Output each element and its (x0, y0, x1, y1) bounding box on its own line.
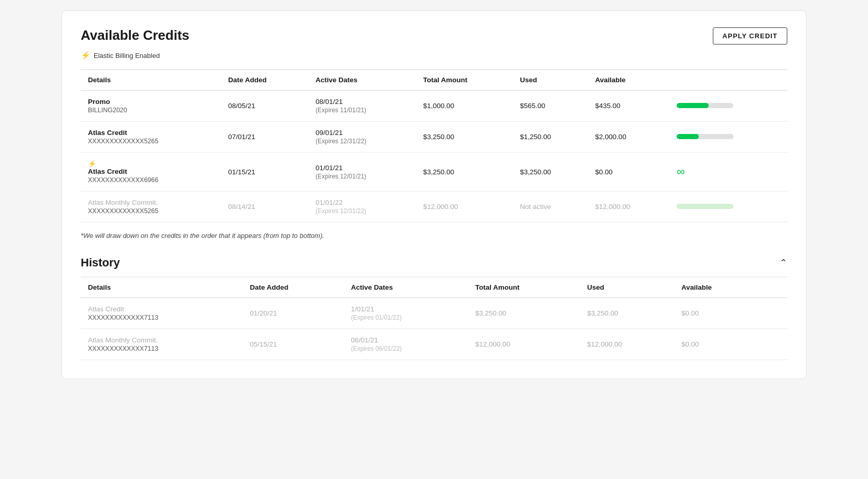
cell-total: $1,000.00 (416, 91, 513, 122)
hist-col-date-added: Date Added (243, 277, 343, 298)
active-date: 01/01/21 (316, 164, 409, 172)
expires-date: (Expires 11/01/21) (316, 107, 409, 114)
progress-bar-fill (677, 103, 709, 108)
cell-active-dates: 06/01/21 (Expires 06/01/22) (343, 329, 468, 360)
table-row: Atlas Monthly Commit. XXXXXXXXXXXXX7113 … (81, 329, 787, 360)
expires-date: (Expires 01/01/22) (351, 314, 460, 321)
cell-total: $12,000.00 (468, 329, 580, 360)
cell-date-added: 01/15/21 (221, 153, 308, 191)
cell-date-added: 08/14/21 (221, 191, 308, 222)
cell-date-added: 01/20/21 (243, 298, 343, 329)
cell-active-dates: 09/01/21 (Expires 12/31/22) (308, 122, 416, 153)
main-card: Available Credits APPLY CREDIT ⚡ Elastic… (62, 10, 806, 379)
history-title: History (81, 256, 120, 270)
active-date: 1/01/21 (351, 305, 460, 313)
header-row: Available Credits APPLY CREDIT (81, 27, 787, 44)
table-row: Promo BILLING2020 08/05/21 08/01/21 (Exp… (81, 91, 787, 122)
cell-details: ⚡ Atlas Credit XXXXXXXXXXXXX6966 (81, 153, 221, 191)
infinity-icon: ∞ (677, 165, 685, 178)
cell-details: Promo BILLING2020 (81, 91, 221, 122)
cell-date-added: 05/15/21 (243, 329, 343, 360)
cell-used: $12,000.00 (580, 329, 674, 360)
bolt-icon: ⚡ (81, 51, 91, 60)
elastic-bolt-icon: ⚡ (88, 160, 96, 168)
col-date-added: Date Added (221, 70, 308, 91)
cell-used: $3,250.00 (513, 153, 588, 191)
credit-name: Promo (88, 98, 214, 106)
cell-bar (669, 91, 787, 122)
progress-bar (677, 103, 734, 108)
cell-active-dates: 08/01/21 (Expires 11/01/21) (308, 91, 416, 122)
table-row: Atlas Monthly Commit. XXXXXXXXXXXXX5265 … (81, 191, 787, 222)
cell-available: $0.00 (674, 298, 759, 329)
credit-sub: XXXXXXXXXXXXX5265 (88, 207, 214, 215)
table-row: Atlas Credit XXXXXXXXXXXXX5265 07/01/21 … (81, 122, 787, 153)
credit-name: Atlas Credit (88, 129, 214, 137)
col-available: Available (588, 70, 670, 91)
history-section-header: History ⌃ (81, 256, 787, 270)
hist-col-bar (760, 277, 787, 298)
cell-total: $3,250.00 (468, 298, 580, 329)
cell-total: $3,250.00 (416, 122, 513, 153)
hist-col-active-dates: Active Dates (343, 277, 468, 298)
cell-bar (760, 329, 787, 360)
table-row: Atlas Credit XXXXXXXXXXXXX7113 01/20/21 … (81, 298, 787, 329)
cell-active-dates: 1/01/21 (Expires 01/01/22) (343, 298, 468, 329)
cell-date-added: 08/05/21 (221, 91, 308, 122)
footnote: *We will draw down on the credits in the… (81, 232, 787, 240)
progress-bar (677, 134, 734, 139)
cell-details: Atlas Credit XXXXXXXXXXXXX7113 (81, 298, 243, 329)
credit-sub: XXXXXXXXXXXXX7113 (88, 314, 235, 321)
cell-bar (669, 191, 787, 222)
chevron-up-icon[interactable]: ⌃ (780, 257, 787, 268)
col-active-dates: Active Dates (308, 70, 416, 91)
table-row: ⚡ Atlas Credit XXXXXXXXXXXXX6966 01/15/2… (81, 153, 787, 191)
cell-available: $12,000.00 (588, 191, 670, 222)
hist-col-total-amount: Total Amount (468, 277, 580, 298)
credit-name: Atlas Monthly Commit. (88, 199, 214, 206)
expires-date: (Expires 12/31/22) (316, 138, 409, 145)
cell-active-dates: 01/01/21 (Expires 12/01/21) (308, 153, 416, 191)
cell-available: $0.00 (674, 329, 759, 360)
cell-bar (669, 122, 787, 153)
page-title: Available Credits (81, 27, 189, 43)
cell-available: $2,000.00 (588, 122, 670, 153)
cell-bar: ∞ (669, 153, 787, 191)
credit-name: Atlas Credit (88, 168, 214, 175)
col-details: Details (81, 70, 221, 91)
hist-col-details: Details (81, 277, 243, 298)
active-date: 01/01/22 (316, 199, 409, 206)
cell-active-dates: 01/01/22 (Expires 12/31/22) (308, 191, 416, 222)
credit-name: Atlas Monthly Commit. (88, 336, 235, 344)
hist-col-used: Used (580, 277, 674, 298)
credit-sub: XXXXXXXXXXXXX5265 (88, 138, 214, 145)
cell-available: $0.00 (588, 153, 670, 191)
active-date: 08/01/21 (316, 98, 409, 106)
progress-bar-fill (677, 134, 698, 139)
credit-name: Atlas Credit (88, 305, 235, 313)
expires-date: (Expires 12/31/22) (316, 207, 409, 215)
history-table: Details Date Added Active Dates Total Am… (81, 277, 787, 360)
cell-used: $1,250.00 (513, 122, 588, 153)
cell-bar (760, 298, 787, 329)
cell-date-added: 07/01/21 (221, 122, 308, 153)
col-used: Used (513, 70, 588, 91)
cell-details: Atlas Monthly Commit. XXXXXXXXXXXXX5265 (81, 191, 221, 222)
credit-sub: XXXXXXXXXXXXX6966 (88, 176, 214, 184)
cell-details: Atlas Credit XXXXXXXXXXXXX5265 (81, 122, 221, 153)
col-bar (669, 70, 787, 91)
cell-used: $565.00 (513, 91, 588, 122)
expires-date: (Expires 12/01/21) (316, 173, 409, 180)
apply-credit-button[interactable]: APPLY CREDIT (713, 27, 787, 44)
elastic-billing-banner: ⚡ Elastic Billing Enabled (81, 51, 787, 60)
active-date: 09/01/21 (316, 129, 409, 137)
cell-total: $3,250.00 (416, 153, 513, 191)
elastic-billing-label: Elastic Billing Enabled (94, 52, 160, 59)
expires-date: (Expires 06/01/22) (351, 345, 460, 352)
cell-used: Not active (513, 191, 588, 222)
history-header-row: Details Date Added Active Dates Total Am… (81, 277, 787, 298)
table-header-row: Details Date Added Active Dates Total Am… (81, 70, 787, 91)
active-date: 06/01/21 (351, 336, 460, 344)
cell-details: Atlas Monthly Commit. XXXXXXXXXXXXX7113 (81, 329, 243, 360)
available-credits-table: Details Date Added Active Dates Total Am… (81, 69, 787, 222)
